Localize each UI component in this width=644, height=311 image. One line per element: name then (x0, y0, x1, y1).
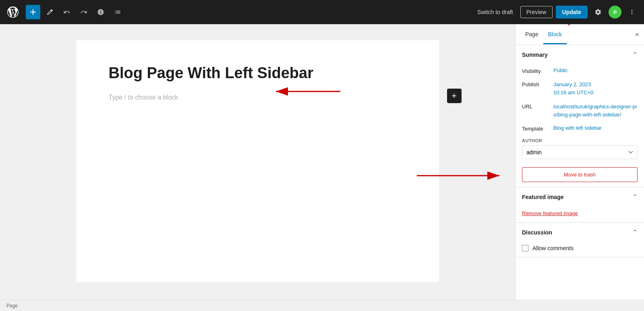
publish-row: Publish January 2, 202310:16 am UTC+0 (516, 77, 644, 100)
plus-icon (29, 8, 37, 16)
url-value[interactable]: localhost/luzuk/graphics-designer-pro/bl… (553, 103, 638, 118)
edit-button[interactable] (43, 5, 57, 19)
template-value[interactable]: Blog with left sidebar (553, 125, 602, 131)
sidebar-close-button[interactable]: × (635, 31, 639, 38)
gear-icon (594, 8, 602, 16)
featured-image-section: Featured image ⌃ Remove featured image (516, 187, 644, 223)
redo-button[interactable] (77, 5, 91, 19)
url-label: URL (522, 103, 550, 110)
bottom-bar: Page (0, 300, 644, 311)
url-row: URL localhost/luzuk/graphics-designer-pr… (516, 100, 644, 122)
visibility-value[interactable]: Public (553, 67, 567, 73)
editor-canvas: Blog Page With Left Sidebar Type / to ch… (77, 40, 439, 282)
info-icon (97, 8, 104, 16)
author-select[interactable]: admin (522, 145, 638, 159)
discussion-section-header[interactable]: Discussion ⌃ (516, 223, 644, 242)
template-label: Template (522, 125, 550, 132)
featured-image-chevron-icon: ⌃ (632, 193, 638, 201)
featured-image-content: Remove featured image (516, 206, 644, 222)
settings-button[interactable] (591, 5, 605, 19)
block-placeholder[interactable]: Type / to choose a block (109, 94, 407, 101)
allow-comments-checkbox[interactable] (522, 245, 528, 251)
main-layout: Blog Page With Left Sidebar Type / to ch… (0, 24, 644, 300)
add-block-toolbar-button[interactable] (26, 5, 40, 19)
list-view-button[interactable] (110, 5, 125, 19)
sidebar-tabs: Page Block × (516, 24, 644, 45)
move-to-trash-button[interactable]: Move to trash (522, 167, 638, 182)
performance-icon[interactable]: P (609, 6, 621, 19)
summary-chevron-icon: ⌃ (632, 51, 638, 58)
discussion-chevron-icon: ⌃ (632, 228, 638, 236)
tab-block[interactable]: Block (543, 25, 567, 44)
tab-page[interactable]: Page (520, 25, 543, 44)
wordpress-logo-icon (7, 6, 19, 18)
bottom-bar-label: Page (6, 303, 18, 309)
author-section: AUTHOR admin (516, 135, 644, 164)
discussion-content: Allow comments (516, 242, 644, 257)
publish-value[interactable]: January 2, 202310:16 am UTC+0 (553, 81, 593, 96)
undo-icon (63, 8, 70, 16)
editor-area[interactable]: Blog Page With Left Sidebar Type / to ch… (0, 24, 515, 300)
more-options-icon (628, 8, 636, 16)
featured-image-section-header[interactable]: Featured image ⌃ (516, 187, 644, 206)
template-row: Template Blog with left sidebar (516, 122, 644, 135)
pencil-icon (46, 8, 54, 16)
add-block-button[interactable]: + (447, 89, 462, 103)
discussion-title: Discussion (522, 229, 552, 236)
allow-comments-label[interactable]: Allow comments (532, 245, 574, 251)
info-button[interactable] (93, 5, 108, 19)
visibility-row: Visibility Public (516, 64, 644, 77)
discussion-section: Discussion ⌃ Allow comments (516, 223, 644, 257)
author-section-label: AUTHOR (522, 138, 638, 143)
undo-button[interactable] (60, 5, 74, 19)
redo-icon (80, 8, 87, 16)
toolbar-right: Switch to draft Preview Update P (473, 5, 639, 19)
summary-title: Summary (522, 52, 548, 58)
featured-image-title: Featured image (522, 194, 563, 200)
switch-to-draft-button[interactable]: Switch to draft (473, 6, 517, 18)
more-options-button[interactable] (625, 5, 639, 19)
summary-section-header[interactable]: Summary ⌃ (516, 45, 644, 64)
summary-section: Summary ⌃ Visibility Public Publish Janu… (516, 45, 644, 187)
update-button[interactable]: Update (556, 6, 588, 19)
right-sidebar: Page Block × Summary ⌃ Visibility Public… (515, 24, 644, 300)
preview-button[interactable]: Preview (520, 6, 553, 18)
toolbar: Switch to draft Preview Update P (0, 0, 644, 24)
remove-featured-image-link[interactable]: Remove featured image (522, 210, 578, 216)
page-title: Blog Page With Left Sidebar (109, 64, 407, 82)
allow-comments-row: Allow comments (522, 245, 638, 251)
list-view-icon (114, 8, 121, 16)
publish-label: Publish (522, 81, 550, 87)
wp-logo (5, 4, 21, 20)
visibility-label: Visibility (522, 67, 550, 74)
